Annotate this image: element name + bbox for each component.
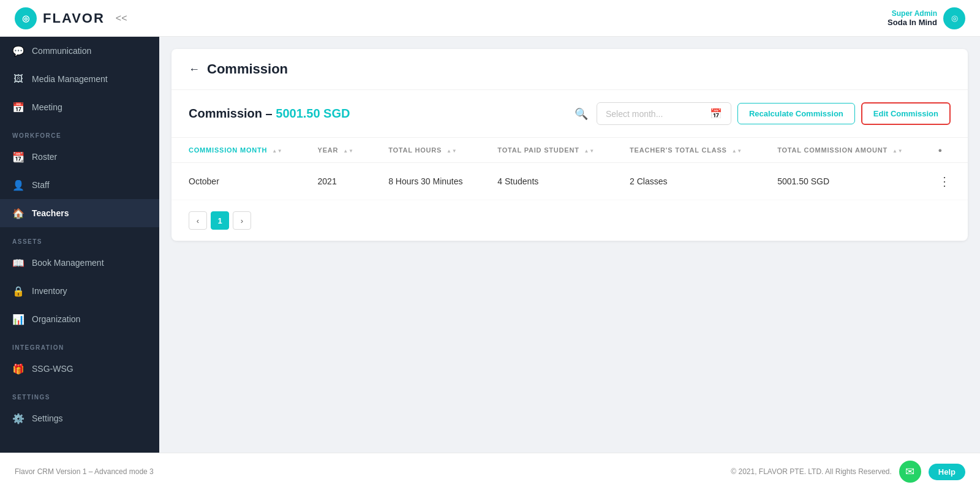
col-year[interactable]: YEAR ▲▼ [301,138,372,163]
prev-page-button[interactable]: ‹ [189,211,207,230]
footer: Flavor CRM Version 1 – Advanced mode 3 ©… [0,453,980,490]
section-settings: SETTINGS [0,383,159,404]
calendar-icon: 📅 [710,108,722,119]
collapse-icon[interactable]: << [116,13,127,24]
table-header: COMMISSION MONTH ▲▼ YEAR ▲▼ TOTAL HOURS … [172,138,968,163]
toolbar-right: 🔍 Select month... 📅 Recalculate Commissi… [572,102,951,125]
sidebar-label-media: Media Management [32,74,108,84]
user-role: Super Admin [888,9,937,18]
commission-amount: 5001.50 SGD [276,107,350,120]
page-1-button[interactable]: 1 [211,211,229,230]
top-header: ◎ FLAVOR << Super Admin Soda In Mind ◎ [0,0,980,37]
sort-total-class[interactable]: ▲▼ [732,148,742,154]
commission-toolbar: Commission – 5001.50 SGD 🔍 Select month.… [172,90,968,138]
search-button[interactable]: 🔍 [572,105,590,123]
col-total-commission-amount[interactable]: TOTAL COMMISSION AMOUNT ▲▼ [760,138,921,163]
sort-commission-month[interactable]: ▲▼ [272,148,282,154]
table-row: October 2021 8 Hours 30 Minutes 4 Studen… [172,163,968,200]
pagination: ‹ 1 › [172,200,968,241]
sidebar-label-roster: Roster [32,152,57,162]
sort-year[interactable]: ▲▼ [343,148,353,154]
commission-title: Commission – 5001.50 SGD [189,107,565,121]
sidebar-item-staff[interactable]: 👤 Staff [0,171,159,199]
col-commission-month[interactable]: COMMISSION MONTH ▲▼ [172,138,301,163]
teachers-icon: 🏠 [12,207,24,219]
sidebar-item-meeting[interactable]: 📅 Meeting [0,93,159,121]
logo-icon: ◎ [15,7,37,29]
table-body: October 2021 8 Hours 30 Minutes 4 Studen… [172,163,968,200]
organization-icon: 📊 [12,313,24,325]
section-assets: ASSETS [0,227,159,249]
cell-year: 2021 [301,163,372,200]
sidebar-label-teachers: Teachers [32,208,69,218]
commission-table: COMMISSION MONTH ▲▼ YEAR ▲▼ TOTAL HOURS … [172,138,968,200]
month-select[interactable]: Select month... 📅 [597,102,731,125]
page-header: ← Commission [172,49,968,90]
logo-area: ◎ FLAVOR << [15,7,127,29]
sort-total-hours[interactable]: ▲▼ [447,148,457,154]
user-info: Super Admin Soda In Mind [888,9,937,27]
month-placeholder: Select month... [606,109,663,119]
book-icon: 📖 [12,257,24,269]
back-button[interactable]: ← [189,63,200,76]
sort-paid-student[interactable]: ▲▼ [584,148,595,154]
commission-label: Commission – [189,107,273,120]
sidebar-label-meeting: Meeting [32,102,62,112]
main-layout: 💬 Communication 🖼 Media Management 📅 Mee… [0,37,980,453]
footer-right: © 2021, FLAVOR PTE. LTD. All Rights Rese… [731,461,965,483]
sidebar: 💬 Communication 🖼 Media Management 📅 Mee… [0,37,159,453]
sidebar-item-inventory[interactable]: 🔒 Inventory [0,277,159,305]
whatsapp-button[interactable]: ✉ [899,461,921,483]
cell-row-actions[interactable]: ⋮ [921,163,968,200]
meeting-icon: 📅 [12,101,24,113]
cell-commission-month: October [172,163,301,200]
section-integration: INTEGRATION [0,333,159,355]
row-options-button[interactable]: ⋮ [938,174,951,189]
col-total-hours[interactable]: TOTAL HOURS ▲▼ [371,138,480,163]
sidebar-label-book: Book Management [32,258,104,268]
content-area: ← Commission Commission – 5001.50 SGD 🔍 … [159,37,980,453]
settings-icon: ⚙️ [12,412,24,424]
communication-icon: 💬 [12,45,24,57]
sidebar-label-organization: Organization [32,314,80,324]
sidebar-item-settings[interactable]: ⚙️ Settings [0,404,159,432]
col-total-paid-student[interactable]: TOTAL PAID STUDENT ▲▼ [480,138,612,163]
sidebar-item-media-management[interactable]: 🖼 Media Management [0,65,159,93]
user-name: Soda In Mind [888,18,937,27]
sidebar-label-inventory: Inventory [32,286,67,296]
edit-commission-button[interactable]: Edit Commission [861,102,951,125]
sidebar-label-ssg: SSG-WSG [32,364,74,374]
sort-total-commission[interactable]: ▲▼ [892,148,903,154]
section-workforce: WORKFORCE [0,121,159,143]
user-area: Super Admin Soda In Mind ◎ [888,7,965,29]
help-button[interactable]: Help [929,464,965,480]
inventory-icon: 🔒 [12,285,24,297]
media-icon: 🖼 [12,73,24,85]
next-page-button[interactable]: › [233,211,251,230]
sidebar-item-communication[interactable]: 💬 Communication [0,37,159,65]
page-card: ← Commission Commission – 5001.50 SGD 🔍 … [172,49,968,241]
col-teachers-total-class[interactable]: TEACHER'S TOTAL CLASS ▲▼ [612,138,760,163]
user-avatar[interactable]: ◎ [943,7,965,29]
ssg-icon: 🎁 [12,363,24,375]
footer-copyright: © 2021, FLAVOR PTE. LTD. All Rights Rese… [731,467,892,476]
sidebar-label-communication: Communication [32,46,91,56]
sidebar-item-organization[interactable]: 📊 Organization [0,305,159,333]
cell-total-paid-student: 4 Students [480,163,612,200]
cell-total-hours: 8 Hours 30 Minutes [371,163,480,200]
sidebar-label-staff: Staff [32,180,50,190]
cell-total-commission-amount: 5001.50 SGD [760,163,921,200]
staff-icon: 👤 [12,179,24,191]
col-actions: ● [921,138,968,163]
sidebar-item-ssg-wsg[interactable]: 🎁 SSG-WSG [0,355,159,383]
footer-version: Flavor CRM Version 1 – Advanced mode 3 [15,467,154,476]
cell-teachers-total-class: 2 Classes [612,163,760,200]
sidebar-item-roster[interactable]: 📆 Roster [0,143,159,171]
logo-text: FLAVOR [43,10,105,26]
sidebar-item-teachers[interactable]: 🏠 Teachers [0,199,159,227]
page-title: Commission [207,61,288,77]
sidebar-item-book-management[interactable]: 📖 Book Management [0,249,159,277]
sidebar-label-settings: Settings [32,413,63,423]
roster-icon: 📆 [12,151,24,163]
recalculate-button[interactable]: Recalculate Commission [737,103,855,124]
